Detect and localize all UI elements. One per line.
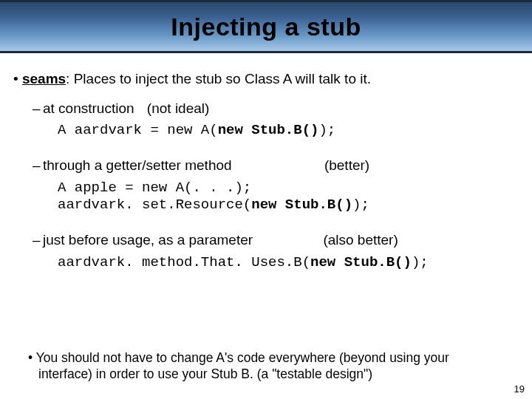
item-parameter-note: (also better)	[323, 231, 398, 250]
title-bar: Injecting a stub	[0, 0, 532, 53]
item-construction-note: (not ideal)	[147, 99, 210, 118]
page-number: 19	[514, 383, 525, 395]
slide-content: • seams: Places to inject the stub so Cl…	[0, 53, 532, 272]
code-setter: A apple = new A(. . .); aardvark. set.Re…	[58, 180, 519, 215]
item-setter-label: through a getter/setter method	[43, 157, 232, 173]
item-construction: –at construction (not ideal)	[33, 99, 519, 118]
term-seams: seams	[22, 71, 66, 86]
footer-text: You should not have to change A's code e…	[36, 350, 449, 382]
code-parameter: aardvark. method.That. Uses.B(new Stub.B…	[58, 254, 519, 272]
item-parameter-label: just before usage, as a parameter	[43, 232, 253, 248]
item-setter-note: (better)	[324, 156, 369, 175]
item-setter: –through a getter/setter method (better)	[33, 156, 519, 175]
footer-note: • You should not have to change A's code…	[28, 349, 504, 383]
code-construction: A aardvark = new A(new Stub.B());	[58, 122, 519, 140]
bullet-seams-text: : Places to inject the stub so Class A w…	[66, 71, 371, 86]
slide-title: Injecting a stub	[171, 13, 361, 41]
item-parameter: –just before usage, as a parameter (also…	[33, 231, 519, 250]
item-construction-label: at construction	[43, 100, 134, 116]
bullet-seams: • seams: Places to inject the stub so Cl…	[13, 69, 519, 89]
